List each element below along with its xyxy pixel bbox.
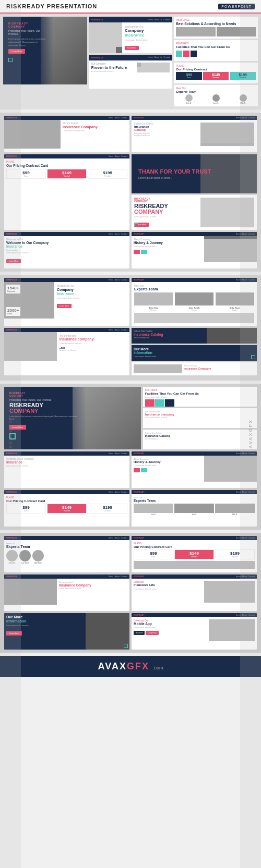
wi-btn[interactable]: Learn More	[6, 259, 21, 263]
bit-stat-label: During the last 10 years	[60, 349, 127, 351]
member-name-3: Mike R.	[240, 102, 245, 104]
mi-deco	[251, 355, 255, 359]
hero-slide-col: RISKREADYCOMPANY Protecting Your Future,…	[3, 17, 87, 106]
s4w-logo: RISKREADY	[6, 453, 17, 455]
s5tr-logo: RISKREADY	[6, 576, 17, 578]
fac-icon3	[191, 51, 197, 57]
team-member-2: Jane S.	[203, 94, 229, 104]
s4-hero-btn[interactable]: Learn More	[9, 425, 26, 430]
s5e-nav: RISKREADY Home · About · Contact	[4, 536, 129, 540]
price-card-1: $99 Basic	[176, 72, 202, 80]
s4w-text: Lorem ipsum dolor sit amet...	[6, 465, 127, 468]
s4p-plan2: Standard	[49, 510, 85, 512]
s4t-m2: Jane S.	[174, 504, 214, 516]
company-image	[137, 63, 170, 73]
s5e-body: Meet Our Experts Team John Doe Jane Smit…	[4, 540, 129, 571]
bit-body: We are the best Insurance company Lorem …	[4, 332, 129, 361]
s3-row1: RISKREADY Home · About · Contact 1540+ B…	[4, 278, 257, 326]
bis-btn[interactable]: Learn More	[57, 304, 72, 308]
s5mi-deco	[124, 644, 128, 648]
member-avatar-2	[212, 94, 220, 102]
s5p-tag: PLANS	[134, 542, 255, 545]
s4a-content: About Company History & Journey Lorem ip…	[132, 456, 204, 482]
follow-image	[200, 123, 255, 146]
wi-text: Lorem ipsum dolor sit amet...	[6, 252, 127, 254]
member-name-1: John D.	[186, 102, 192, 104]
s4-right-col: FEATURES Facilities That You Can Get Fro…	[143, 387, 257, 449]
section-2: RISKREADY Home · About · Contact We are …	[0, 113, 261, 272]
bit-title: Insurance company	[60, 337, 127, 341]
s5tr-body: We are trusted Insurance Company Lorem i…	[4, 579, 129, 605]
s5mi-btn[interactable]: Learn More	[6, 631, 22, 635]
follow-dark-slide: Follow Our Online Insurance Catalog www.…	[132, 328, 257, 344]
trusted-logo: RISKREADY	[6, 117, 17, 119]
s4-fac-item2	[155, 399, 164, 407]
s4w-title: Insurance	[6, 460, 127, 464]
hero-btn-primary[interactable]: Learn More	[8, 49, 25, 54]
company-accent	[137, 63, 141, 67]
expert-1-img	[134, 292, 173, 305]
s5p-c1: $99 Basic	[134, 549, 173, 559]
s4-about-slide: RISKREADY Home · About · Contact About C…	[132, 451, 257, 488]
best-ins-text-slide: RISKREADY Home · About · Contact We are …	[4, 328, 129, 375]
hero-buttons: Learn More	[8, 49, 46, 54]
wi-nav: RISKREADY Home · About · Contact	[4, 232, 129, 236]
pricing-nav-text: Home · About · Contact	[109, 155, 127, 157]
mid-slides-col: RISKREADY Home About Us Contact Welcome …	[89, 17, 173, 106]
s5e-logo: RISKREADY	[6, 537, 17, 539]
s4-hero-content: RISKREADYCOMPANY Protecting Your Future,…	[9, 392, 79, 439]
ah-accent1	[134, 250, 140, 254]
s4-row3: RISKREADY Home · About · Contact PLANS O…	[4, 490, 257, 527]
nav-contact2: Contact	[163, 56, 170, 59]
plan-b-price: $149	[49, 170, 85, 175]
s5dl-appstore[interactable]: App Store	[134, 631, 145, 635]
price-title: Our Pricing Contract	[176, 68, 256, 71]
s5e-m1-avatar	[6, 550, 18, 561]
hero-deco-square	[8, 58, 13, 62]
s4a-deco1	[134, 468, 140, 472]
s4p-body: PLANS Our Pricing Contract Card $99 Basi…	[4, 494, 129, 520]
bis-text: Lorem ipsum dolor sit amet...	[57, 297, 127, 300]
s5-row1: RISKREADY Home · About · Contact Meet Ou…	[4, 536, 257, 572]
s5-pricing-slide: RISKREADY Home · About · Contact PLANS O…	[132, 536, 257, 572]
welcome-image	[89, 22, 122, 53]
s4p-cards: $99 Basic $149 Standard $199 Premium	[6, 504, 127, 514]
follow-online-slide: RISKREADY Home · About · Contact Follow …	[132, 116, 257, 152]
bis-nav-text: Home · About · Contact	[109, 279, 127, 281]
welcome-btn[interactable]: Read More	[125, 46, 139, 50]
s4p-card3: $199 Premium	[88, 504, 127, 514]
welcome-title: CompanyInsurance	[125, 29, 170, 38]
riskready-logo-label: RISKREADYCOMPANY	[134, 198, 199, 203]
s5ex-text: Lorem ipsum dolor sit amet...	[134, 588, 203, 591]
company-title: Proven to the Future	[91, 66, 135, 69]
bit-logo: RISKREADY	[6, 329, 17, 331]
s5e-m3-name: Mike Ryan	[32, 562, 44, 564]
riskready-title: RISKREADYCOMPANY	[134, 203, 199, 215]
powerpoint-badge: POWERPOINT	[218, 4, 255, 9]
hero-main-slide: RISKREADYCOMPANY Protecting Your Future,…	[3, 17, 87, 84]
plan-b-label: Standard	[49, 175, 85, 177]
avax-logo-brand: AVAX	[98, 661, 127, 671]
s5p-v3: $199	[217, 551, 253, 556]
s5ex-title: Insurance Life	[134, 583, 203, 587]
trusted-title: Insurance Company	[63, 125, 127, 129]
s4-row2: RISKREADY Home · About · Contact Welcome…	[4, 451, 257, 488]
s4t-m2-img	[174, 504, 214, 513]
expert-2: Jane Smith Director	[175, 292, 213, 311]
s5dl-googleplay[interactable]: Google Play	[146, 631, 158, 635]
trusted-label: We are trusted	[63, 122, 127, 125]
pricing-preview-slide: PLANS Our Pricing Contract $99 Basic $14…	[174, 63, 258, 83]
bis-label1: Businesses	[7, 290, 19, 292]
riskready-company-slide: RISKREADYCOMPANY RISKREADYCOMPANY Lorem …	[132, 195, 257, 230]
s5mi-image	[86, 613, 129, 650]
fac-icon2	[183, 51, 189, 57]
price-card-2: $149 Standard	[203, 72, 229, 80]
pricing-logo: RISKREADY	[6, 155, 17, 157]
expert-3-img	[216, 292, 254, 305]
bis-stat2: 2000+ Clients	[6, 307, 20, 316]
ah-accent2	[141, 250, 147, 254]
thank-body: Lorem ipsum dolor sit amet...	[138, 176, 253, 179]
avax-logo-text: AVAXGFX	[98, 661, 153, 671]
s5ex-image	[204, 581, 255, 603]
plan-a-price: $99	[8, 170, 44, 175]
